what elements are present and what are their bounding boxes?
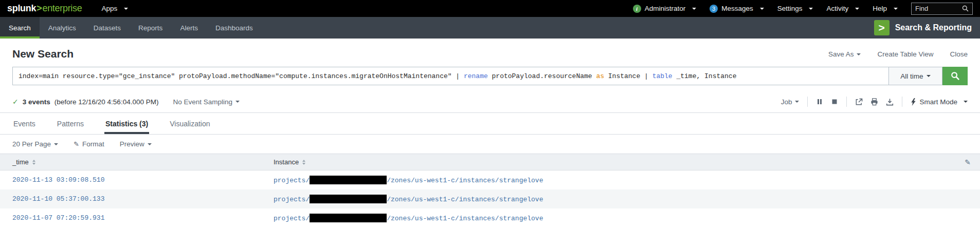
nav-label: Reports bbox=[138, 24, 162, 32]
redaction-box bbox=[310, 176, 387, 184]
app-identity[interactable]: > Search & Reporting bbox=[874, 17, 980, 39]
event-time-note: (before 12/16/20 4:56:04.000 PM) bbox=[55, 98, 159, 106]
logo-brand: splunk bbox=[7, 3, 36, 14]
column-header-label: _time bbox=[12, 158, 29, 166]
chevron-down-icon bbox=[964, 101, 968, 103]
per-page-selector[interactable]: 20 Per Page bbox=[12, 140, 58, 148]
table-toolbar: 20 Per Page ✎ Format Preview bbox=[0, 135, 980, 154]
chevron-down-icon bbox=[894, 8, 898, 10]
find-search-box[interactable] bbox=[911, 3, 973, 15]
column-header-time[interactable]: _time bbox=[0, 154, 269, 170]
column-header-instance[interactable]: Instance bbox=[269, 154, 310, 170]
search-mode-label: Smart Mode bbox=[919, 98, 957, 106]
divider bbox=[846, 97, 847, 107]
instance-prefix: projects/ bbox=[274, 215, 310, 222]
instance-suffix: /zones/us-west1-c/instances/strangelove bbox=[387, 196, 543, 203]
health-indicator-icon: i bbox=[633, 5, 641, 13]
pencil-icon: ✎ bbox=[74, 140, 79, 148]
share-button[interactable] bbox=[855, 98, 863, 106]
tab-visualization[interactable]: Visualization bbox=[169, 113, 211, 134]
messages-menu[interactable]: 3 Messages bbox=[710, 0, 764, 17]
event-sampling-label: No Event Sampling bbox=[173, 98, 232, 106]
table-row: 2020-11-13 03:09:08.510 projects//zones/… bbox=[0, 170, 980, 189]
tab-statistics[interactable]: Statistics (3) bbox=[104, 113, 149, 134]
cell-time[interactable]: 2020-11-10 05:37:00.133 bbox=[0, 190, 269, 208]
pause-button[interactable] bbox=[816, 98, 823, 105]
sort-icon bbox=[302, 160, 305, 165]
cell-time[interactable]: 2020-11-07 07:20:59.931 bbox=[0, 209, 269, 227]
query-command: rename bbox=[464, 72, 488, 80]
export-button[interactable] bbox=[886, 98, 894, 106]
help-menu[interactable]: Help bbox=[873, 0, 898, 17]
nav-item-dashboards[interactable]: Dashboards bbox=[207, 17, 262, 39]
preview-selector[interactable]: Preview bbox=[120, 140, 152, 148]
nav-item-reports[interactable]: Reports bbox=[130, 17, 171, 39]
tab-label: Events bbox=[13, 120, 35, 128]
table-row: 2020-11-07 07:20:59.931 projects//zones/… bbox=[0, 208, 980, 227]
chevron-down-icon bbox=[148, 143, 152, 145]
check-icon: ✓ bbox=[12, 98, 19, 106]
messages-label: Messages bbox=[721, 5, 753, 12]
top-bar: splunk > enterprise Apps i Administrator… bbox=[0, 0, 980, 17]
close-button[interactable]: Close bbox=[950, 50, 968, 58]
cell-instance[interactable]: projects//zones/us-west1-c/instances/str… bbox=[269, 208, 547, 227]
divider bbox=[902, 97, 902, 107]
tab-events[interactable]: Events bbox=[12, 113, 37, 134]
app-nav-bar: Search Analytics Datasets Reports Alerts… bbox=[0, 17, 980, 39]
find-input[interactable] bbox=[915, 5, 959, 12]
nav-item-alerts[interactable]: Alerts bbox=[171, 17, 207, 39]
results-tabs: Events Patterns Statistics (3) Visualiza… bbox=[0, 113, 980, 135]
activity-label: Activity bbox=[826, 5, 848, 12]
cell-time[interactable]: 2020-11-13 03:09:08.510 bbox=[0, 171, 269, 189]
print-button[interactable] bbox=[870, 98, 878, 106]
splunk-logo[interactable]: splunk > enterprise bbox=[7, 3, 82, 14]
format-button[interactable]: ✎ Format bbox=[74, 140, 104, 148]
search-query-input[interactable]: index=main resource.type="gce_instance" … bbox=[12, 67, 889, 85]
time-range-picker[interactable]: All time bbox=[889, 67, 942, 85]
event-sampling-menu[interactable]: No Event Sampling bbox=[173, 98, 240, 106]
save-as-button[interactable]: Save As bbox=[828, 50, 861, 58]
edit-columns-button[interactable]: ✎ bbox=[965, 158, 971, 166]
chevron-down-icon bbox=[809, 8, 813, 10]
nav-label: Datasets bbox=[94, 24, 121, 32]
instance-suffix: /zones/us-west1-c/instances/strangelove bbox=[387, 177, 543, 184]
search-mode-selector[interactable]: Smart Mode bbox=[911, 98, 968, 106]
nav-label: Dashboards bbox=[215, 24, 253, 32]
stop-icon bbox=[831, 98, 838, 105]
close-label: Close bbox=[950, 50, 968, 58]
table-row: 2020-11-10 05:37:00.133 projects//zones/… bbox=[0, 189, 980, 208]
chevron-down-icon bbox=[235, 101, 240, 103]
search-reporting-app-icon: > bbox=[874, 20, 890, 35]
divider bbox=[807, 97, 808, 107]
settings-label: Settings bbox=[777, 5, 803, 12]
instance-prefix: projects/ bbox=[274, 177, 310, 184]
nav-item-analytics[interactable]: Analytics bbox=[40, 17, 85, 39]
query-text: _time, Instance bbox=[673, 72, 737, 80]
create-table-view-button[interactable]: Create Table View bbox=[877, 50, 933, 58]
nav-label: Analytics bbox=[48, 24, 76, 32]
top-bar-left: splunk > enterprise Apps bbox=[7, 0, 128, 17]
query-text: protoPayload.resourceName bbox=[488, 72, 596, 80]
apps-menu[interactable]: Apps bbox=[101, 0, 128, 17]
logo-gt-icon: > bbox=[37, 3, 42, 14]
administrator-menu[interactable]: i Administrator bbox=[633, 0, 697, 17]
format-label: Format bbox=[82, 140, 104, 148]
create-table-view-label: Create Table View bbox=[877, 50, 933, 58]
activity-menu[interactable]: Activity bbox=[826, 0, 859, 17]
stop-button[interactable] bbox=[831, 98, 838, 105]
nav-item-search[interactable]: Search bbox=[0, 17, 40, 39]
search-button[interactable] bbox=[942, 67, 968, 85]
nav-label: Alerts bbox=[180, 24, 198, 32]
job-menu[interactable]: Job bbox=[781, 98, 800, 106]
cell-instance[interactable]: projects//zones/us-west1-c/instances/str… bbox=[269, 170, 547, 189]
nav-item-datasets[interactable]: Datasets bbox=[85, 17, 130, 39]
settings-menu[interactable]: Settings bbox=[777, 0, 813, 17]
results-summary: ✓ 3 events (before 12/16/20 4:56:04.000 … bbox=[12, 98, 240, 106]
cell-instance[interactable]: projects//zones/us-west1-c/instances/str… bbox=[269, 189, 547, 208]
apps-menu-label: Apps bbox=[101, 5, 117, 12]
result-action-icons bbox=[855, 98, 894, 106]
page-title: New Search bbox=[12, 48, 74, 60]
tab-patterns[interactable]: Patterns bbox=[56, 113, 85, 134]
query-keyword: as bbox=[596, 72, 604, 80]
app-nav-tabs: Search Analytics Datasets Reports Alerts… bbox=[0, 17, 262, 39]
